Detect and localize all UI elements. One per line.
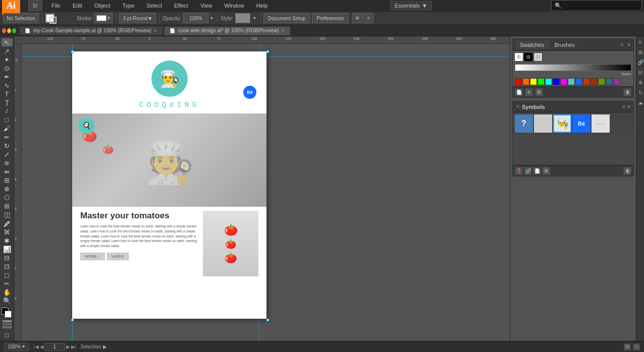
symbol-item-5[interactable]: ~~~~: [592, 114, 610, 133]
swatch-brown[interactable]: [591, 78, 598, 85]
pathfinder-icon[interactable]: ⊕: [637, 79, 644, 86]
gradient-tool[interactable]: ◫: [2, 211, 13, 219]
swatch-green[interactable]: [538, 78, 545, 85]
lasso-tool[interactable]: ⊙: [2, 64, 13, 72]
screen-mode[interactable]: ◻: [2, 331, 13, 339]
rect-tool[interactable]: □: [2, 116, 13, 124]
layers-icon[interactable]: ≡: [637, 38, 644, 45]
width-tool[interactable]: ⇹: [2, 167, 13, 175]
curvature-tool[interactable]: ∿: [2, 81, 13, 89]
symbol-item-4[interactable]: Bé: [572, 114, 591, 133]
swatch-behance-blue[interactable]: [575, 78, 582, 85]
menu-type[interactable]: Type: [120, 2, 138, 10]
swatch-item[interactable]: [514, 52, 523, 62]
symbols-menu[interactable]: ≡: [627, 104, 630, 109]
more-button[interactable]: MORE...: [80, 253, 105, 260]
draw-inside-mode[interactable]: [3, 326, 12, 328]
page-last-btn[interactable]: ▶|: [71, 344, 77, 349]
type-tool[interactable]: T: [2, 90, 13, 98]
swatch-yellow[interactable]: [530, 78, 537, 85]
eraser-tool[interactable]: ◻: [2, 271, 13, 279]
menu-select[interactable]: Select: [143, 2, 165, 10]
slice-tool[interactable]: ⊡: [2, 262, 13, 270]
swatch-item-gray[interactable]: [533, 52, 543, 62]
zoom-display[interactable]: 100% ▼: [4, 343, 29, 351]
swatch-options-btn[interactable]: ⚙: [535, 88, 543, 96]
workspace-switcher[interactable]: Essentials ▼: [390, 1, 432, 10]
direct-selection-tool[interactable]: ↗: [2, 47, 13, 55]
search-box[interactable]: 🔍: [551, 0, 642, 11]
page-first-btn[interactable]: |◀: [33, 344, 39, 349]
window-close[interactable]: [2, 28, 6, 33]
normal-mode[interactable]: [3, 320, 12, 322]
stroke-color[interactable]: [49, 17, 57, 24]
swatch-item-black[interactable]: [524, 52, 533, 62]
extra-btn-2[interactable]: ≡: [363, 13, 373, 23]
swatch-orange[interactable]: [522, 78, 529, 85]
delete-symbol-btn[interactable]: 🗑: [623, 167, 631, 175]
blend-tool[interactable]: ⌘: [2, 228, 13, 236]
swatch-olive[interactable]: [598, 78, 605, 85]
symbol-sprayer-tool[interactable]: ✱: [2, 237, 13, 245]
stroke-swatch[interactable]: ▼: [94, 13, 113, 23]
menu-edit[interactable]: Edit: [70, 2, 85, 10]
transform-icon[interactable]: ↻: [637, 89, 644, 96]
video-button[interactable]: VIDEO: [107, 253, 129, 260]
align-icon[interactable]: ⊟: [637, 69, 644, 76]
menu-help[interactable]: Help: [253, 2, 271, 10]
page-next-btn[interactable]: ▶: [66, 344, 70, 349]
artboard-tool[interactable]: ⊟: [2, 254, 13, 262]
rotate-tool[interactable]: ↻: [2, 142, 13, 150]
line-tool[interactable]: /: [2, 107, 13, 115]
tab2-close[interactable]: ✕: [281, 28, 285, 33]
place-symbol-btn[interactable]: 📍: [515, 167, 523, 175]
tab-file2[interactable]: 📄 cook web design.ai* @ 100% (RGB/Previe…: [164, 26, 291, 35]
free-transform-tool[interactable]: ⊞: [2, 177, 13, 185]
menu-window[interactable]: Window: [222, 2, 247, 10]
menu-file[interactable]: File: [48, 2, 64, 10]
pencil-tool[interactable]: ✏: [2, 133, 13, 141]
window-maximize[interactable]: [12, 28, 16, 33]
swatch-blue[interactable]: [553, 78, 560, 85]
stroke-weight-btn[interactable]: 3 pt. Round ▼: [119, 13, 156, 23]
tab-file1[interactable]: 📄 my-Cook-Sample-sample.ai @ 100% (RGB/P…: [19, 26, 163, 35]
new-swatch-btn[interactable]: 📄: [515, 88, 523, 96]
opacity-input[interactable]: [183, 13, 208, 23]
selection-chevron[interactable]: ▶: [103, 344, 107, 349]
shape-builder-tool[interactable]: ⊕: [2, 185, 13, 193]
extra-btn-1[interactable]: ⚙: [352, 13, 362, 23]
gradient-bar[interactable]: [515, 64, 631, 71]
page-prev-btn[interactable]: ◀: [40, 344, 44, 349]
break-link-btn[interactable]: 🔗: [524, 167, 532, 175]
panel-menu[interactable]: ≡: [627, 42, 630, 47]
menu-effect[interactable]: Effect: [171, 2, 191, 10]
scale-tool[interactable]: ⤢: [2, 150, 13, 158]
hand-tool[interactable]: ✋: [2, 288, 13, 297]
bridge-button[interactable]: Br: [28, 0, 42, 11]
symbol-item-3[interactable]: 👨‍🍳: [553, 114, 571, 133]
artboard-nav-btn[interactable]: ⊟: [624, 343, 631, 350]
info-btn[interactable]: i: [633, 343, 640, 350]
page-input[interactable]: [45, 343, 65, 351]
eyedropper-tool[interactable]: 💉: [2, 219, 13, 227]
menu-object[interactable]: Object: [91, 2, 114, 10]
tab1-close[interactable]: ✕: [153, 28, 157, 33]
paint-brush-tool[interactable]: 🖌: [2, 125, 13, 133]
delete-swatch-btn[interactable]: 🗑: [623, 88, 631, 96]
panel-expand[interactable]: »: [621, 42, 624, 47]
brushes-tab[interactable]: Brushes: [551, 41, 579, 49]
scissors-tool[interactable]: ✂: [2, 280, 13, 288]
style-swatch[interactable]: [235, 13, 250, 23]
symbol-item-2[interactable]: ...: [534, 114, 552, 133]
canvas-area[interactable]: 👨‍🍳 Bé COOQXING 🧑‍🍳 🍅 🍅: [22, 44, 510, 341]
swatch-purple[interactable]: [613, 78, 620, 85]
touch-type-tool[interactable]: T̤: [2, 99, 13, 107]
symbols-expand[interactable]: «: [623, 104, 626, 109]
artboards-icon[interactable]: ⊞: [637, 48, 644, 55]
swatch-cyan[interactable]: [545, 78, 552, 85]
doc-setup-button[interactable]: Document Setup: [263, 13, 310, 23]
window-minimize[interactable]: [7, 28, 11, 33]
symbol-item-1[interactable]: ?: [515, 114, 533, 133]
swatch-menu-btn[interactable]: ≡: [525, 88, 533, 96]
mesh-tool[interactable]: ⊞: [2, 202, 13, 210]
